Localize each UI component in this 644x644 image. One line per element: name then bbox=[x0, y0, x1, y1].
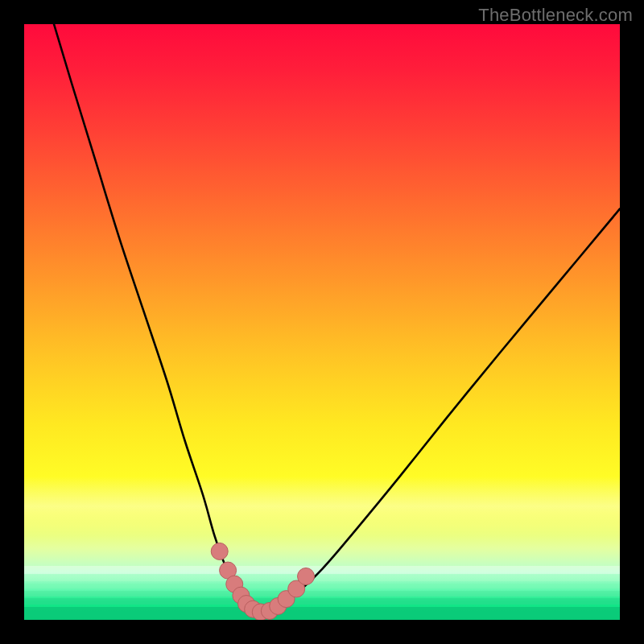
highlight-marker bbox=[211, 543, 228, 559]
outer-frame: TheBottleneck.com bbox=[0, 0, 644, 644]
highlight-marker bbox=[298, 568, 315, 584]
marker-layer bbox=[211, 543, 314, 620]
chart-svg bbox=[24, 24, 620, 620]
bottleneck-curve bbox=[54, 24, 620, 613]
curve-layer bbox=[54, 24, 620, 613]
watermark-text: TheBottleneck.com bbox=[478, 5, 633, 26]
plot-area bbox=[24, 24, 620, 620]
